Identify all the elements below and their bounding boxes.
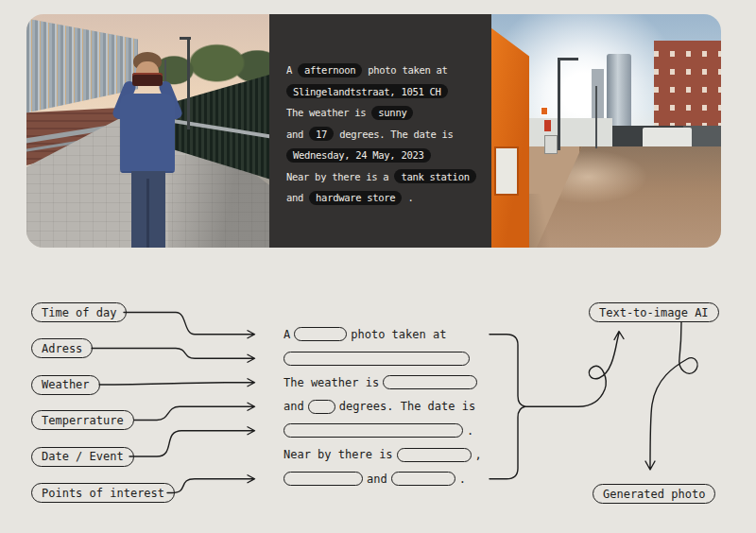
template-blank-date-event (284, 423, 463, 438)
prompt-token: sunny (371, 106, 413, 120)
text-segment: and (286, 129, 309, 140)
text-segment: The weather is (284, 376, 379, 389)
rich-line: Near by there is, (284, 443, 482, 468)
prompt-panel: A afternoon photo taken atSlingelandtstr… (269, 14, 491, 248)
wire-time-of-day (124, 313, 255, 338)
lamp-post (595, 86, 597, 148)
gather-brace (490, 335, 525, 479)
prompt-token: 17 (309, 127, 334, 141)
text-segment: and (367, 473, 387, 486)
person-jeans-seam (146, 179, 149, 248)
input-pill-weather: Weather (31, 375, 100, 395)
wire-adress (92, 349, 255, 363)
rich-line: The weather is (284, 370, 482, 395)
camera (132, 73, 163, 86)
person-jacket (120, 94, 175, 173)
template-blank-point-of-interest-3 (391, 472, 455, 486)
prompt-token: Slingelandtstraat, 1051 CH (286, 84, 448, 98)
wire-ai-to-photo (645, 322, 697, 470)
text-segment: , (475, 448, 482, 461)
rich-line (284, 347, 482, 371)
orange-building-window (494, 146, 519, 196)
rich-line: Aphoto taken at (284, 322, 482, 347)
wire-date-event (129, 427, 255, 456)
text-segment: degrees. The date is (334, 129, 453, 140)
prompt-token: Wednesday, 24 May, 2023 (286, 148, 431, 163)
street-bin (544, 135, 558, 154)
lamp-post (187, 37, 190, 129)
lamp-post-arm (180, 37, 191, 40)
rich-line: Near by there is a tank station (286, 166, 482, 188)
rich-line: Slingelandtstraat, 1051 CH (286, 81, 482, 103)
rich-line: and. (284, 467, 482, 491)
template-blank-point-of-interest-1 (397, 448, 472, 462)
text-segment: and (284, 400, 304, 413)
template-blank-temperature (308, 400, 335, 414)
prompt-token: afternoon (298, 63, 362, 77)
node-text-to-image-ai: Text-to-image AI (589, 302, 719, 322)
prompt-token: hardware store (309, 191, 402, 205)
rich-line: and hardware store . (286, 187, 482, 209)
prompt-token: tank station (394, 169, 475, 183)
text-segment: . (459, 473, 466, 486)
text-segment: photo taken at (351, 328, 446, 341)
lamp-post (558, 58, 560, 150)
template-blank-point-of-interest-2 (284, 472, 363, 486)
input-pill-points-of-interest: Points of interest (31, 483, 175, 503)
input-pill-time-of-day: Time of day (31, 302, 127, 322)
template-blank-weather (383, 375, 477, 389)
text-segment: A (284, 328, 290, 341)
text-segment: The weather is (286, 107, 371, 118)
input-pill-temperature: Temperrature (31, 410, 134, 430)
text-segment: Near by there is a (286, 171, 394, 182)
wire-temperature (134, 403, 255, 420)
rich-line: A afternoon photo taken at (286, 60, 482, 81)
node-generated-photo: Generated photo (593, 484, 715, 504)
lamp-post-arm (558, 58, 578, 60)
street-sign (541, 107, 548, 115)
text-segment: degrees. The date is (339, 400, 476, 413)
prompt-text: A afternoon photo taken atSlingelandtstr… (286, 60, 482, 209)
rich-line: anddegrees. The date is (284, 395, 482, 420)
rich-line: Wednesday, 24 May, 2023 (286, 145, 482, 166)
hero-strip: A afternoon photo taken atSlingelandtstr… (26, 14, 721, 248)
wire-to-ai (525, 332, 625, 407)
text-segment: A (286, 64, 298, 76)
generated-photo (491, 14, 721, 248)
source-photo (26, 14, 269, 248)
text-segment: . (467, 424, 473, 438)
template-blank-adress (284, 352, 470, 366)
street-sign (544, 120, 551, 131)
text-segment: photo taken at (362, 64, 447, 76)
text-segment: and (286, 192, 309, 203)
wire-points-of-interest (167, 475, 255, 493)
prompt-template: Aphoto taken atThe weather isanddegrees.… (284, 322, 482, 491)
input-pill-adress: Adress (31, 338, 93, 358)
rich-line: and 17 degrees. The date is (286, 124, 482, 146)
template-blank-time-of-day (294, 327, 347, 341)
rich-line: . (284, 419, 482, 443)
input-pill-date-event: Date / Event (31, 447, 134, 467)
rich-line: The weather is sunny (286, 102, 482, 124)
wire-weather (99, 379, 255, 387)
text-segment: Near by there is (284, 448, 393, 461)
text-segment: . (402, 192, 413, 203)
